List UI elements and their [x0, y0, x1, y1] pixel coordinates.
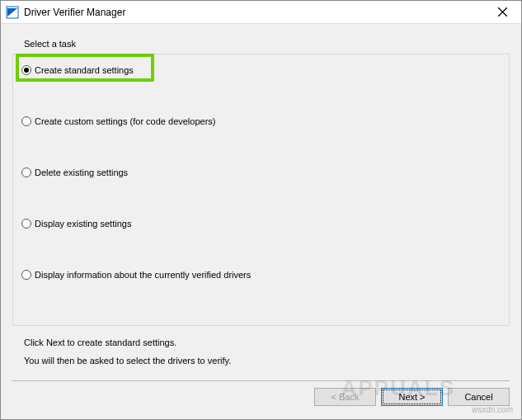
close-button[interactable] — [484, 1, 521, 24]
radio-icon — [21, 116, 31, 126]
option-display-verified[interactable]: Display information about the currently … — [21, 266, 501, 284]
hint-line-1: Click Next to create standard settings. — [24, 337, 510, 347]
radio-icon — [21, 270, 31, 280]
radio-icon — [21, 219, 31, 229]
option-label: Display existing settings — [35, 219, 131, 229]
button-row: < Back Next > Cancel — [1, 381, 521, 406]
content-area: Select a task Create standard settings C… — [1, 24, 521, 366]
back-button: < Back — [314, 388, 376, 406]
radio-icon — [21, 168, 31, 177]
prompt-label: Select a task — [24, 39, 510, 49]
titlebar: Driver Verifier Manager — [1, 1, 521, 24]
option-label: Delete existing settings — [35, 168, 128, 177]
option-display-existing[interactable]: Display existing settings — [21, 215, 501, 233]
option-label: Create custom settings (for code develop… — [35, 116, 216, 126]
next-button[interactable]: Next > — [381, 388, 443, 406]
task-group: Create standard settings Create custom s… — [12, 54, 510, 326]
driver-verifier-window: Driver Verifier Manager Select a task Cr… — [0, 0, 522, 420]
option-create-standard[interactable]: Create standard settings — [21, 61, 501, 79]
window-title: Driver Verifier Manager — [24, 7, 484, 18]
cancel-button[interactable]: Cancel — [448, 388, 510, 406]
option-label: Display information about the currently … — [35, 270, 251, 280]
radio-icon — [21, 65, 31, 75]
option-delete-existing[interactable]: Delete existing settings — [21, 163, 501, 182]
hint-line-2: You will then be asked to select the dri… — [24, 356, 510, 366]
watermark-text: wsxdn.com — [472, 405, 513, 414]
option-create-custom[interactable]: Create custom settings (for code develop… — [21, 112, 501, 130]
option-label: Create standard settings — [35, 65, 134, 75]
app-icon — [6, 6, 19, 19]
